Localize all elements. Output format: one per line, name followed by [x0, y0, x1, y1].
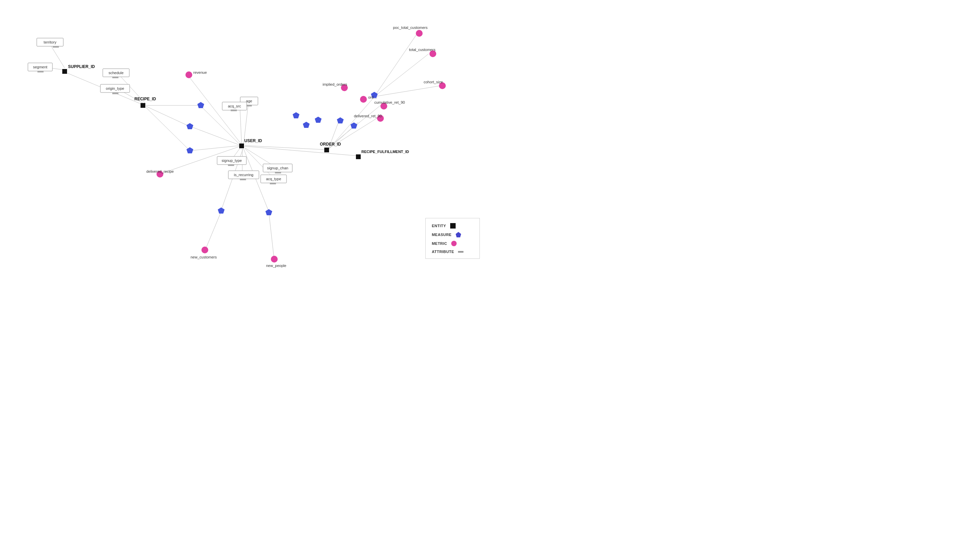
metric-revenue — [185, 71, 192, 78]
legend-entity-label: ENTITY — [432, 224, 446, 228]
attr-signup-type-label: signup_type — [221, 159, 242, 163]
entity-supplier-id — [62, 69, 67, 74]
attr-signup-chan-bar — [275, 172, 281, 173]
metric-orders-ret90 — [360, 96, 367, 103]
metric-poc-total-customers-label: poc_total_customers — [393, 25, 428, 30]
measure-m7 — [337, 117, 344, 124]
legend-attribute-item: ATTRIBUTE — [432, 250, 473, 254]
attr-is-recurring-bar — [240, 179, 246, 180]
svg-line-28 — [374, 86, 441, 97]
svg-line-10 — [191, 127, 241, 146]
attr-age-label: age — [246, 99, 252, 103]
attr-signup-type-bar — [228, 164, 234, 166]
metric-poc-total-customers — [416, 30, 423, 37]
attr-territory-bar — [53, 46, 59, 48]
measure-m6 — [315, 117, 321, 123]
legend-entity-icon — [450, 223, 456, 229]
measure-m2 — [186, 123, 193, 129]
legend-metric-label: METRIC — [432, 241, 447, 246]
svg-line-19 — [245, 146, 325, 150]
measure-m5 — [303, 122, 310, 128]
metric-implied-orders-label: implied_orders — [323, 82, 347, 86]
entity-recipe-fulfillment-id-label: RECIPE_FULFILLMENT_ID — [361, 150, 409, 154]
graph-svg: SUPPLIER_ID RECIPE_ID USER_ID ORDER_ID R… — [0, 0, 490, 269]
svg-line-8 — [146, 107, 190, 151]
legend-metric-icon — [451, 241, 457, 246]
legend-measure-icon — [456, 232, 461, 237]
attr-acq-src-bar — [231, 110, 237, 111]
metric-orders-ret90-label: ord... — [368, 95, 377, 99]
entity-recipe-id-label: RECIPE_ID — [134, 97, 156, 102]
attr-signup-chan-label: signup_chan — [267, 166, 288, 170]
svg-line-27 — [374, 54, 429, 97]
measure-m4 — [293, 112, 299, 118]
legend-metric-item: METRIC — [432, 241, 473, 246]
svg-line-31 — [206, 211, 221, 248]
metric-new-customers — [202, 246, 208, 253]
metric-new-people — [271, 256, 278, 263]
metric-total-customers-label: total_customers — [409, 48, 436, 52]
metric-revenue-label: revenue — [193, 70, 207, 75]
attr-segment-bar — [37, 71, 43, 73]
legend-measure-label: MEASURE — [432, 233, 452, 237]
svg-line-12 — [240, 107, 242, 143]
attr-acq-src-label: acq_src — [228, 104, 241, 108]
attr-segment-label: segment — [33, 65, 47, 69]
attr-origin-type-bar — [112, 92, 118, 94]
metric-cohort-size-label: cohort_size — [424, 80, 443, 84]
legend-attribute-icon — [458, 251, 463, 253]
entity-user-id — [239, 143, 244, 148]
entity-recipe-fulfillment-id — [356, 154, 361, 159]
attr-acq-type-bar — [270, 183, 276, 184]
attr-acq-type-label: acq_type — [266, 177, 282, 181]
measure-m1 — [197, 102, 204, 108]
entity-order-id-label: ORDER_ID — [320, 142, 341, 147]
svg-line-23 — [329, 97, 374, 148]
metric-delivered-recipe-label: delivered_recipe — [146, 169, 174, 173]
legend: ENTITY MEASURE METRIC ATTRIBUTE — [425, 218, 480, 259]
legend-attribute-label: ATTRIBUTE — [432, 250, 454, 254]
entity-recipe-id — [140, 103, 145, 108]
metric-cumulative-ret90-label: cumulative_ret_90 — [374, 100, 405, 105]
measure-m8 — [350, 122, 357, 129]
attr-schedule-label: schedule — [108, 71, 124, 75]
attr-schedule-bar — [112, 76, 118, 78]
measure-m10 — [218, 208, 224, 214]
legend-entity-item: ENTITY — [432, 223, 473, 229]
entity-user-id-label: USER_ID — [244, 138, 262, 143]
legend-measure-item: MEASURE — [432, 232, 473, 237]
svg-line-26 — [374, 34, 417, 97]
attr-origin-type-label: origin_type — [106, 86, 124, 90]
svg-line-7 — [146, 106, 190, 127]
svg-line-11 — [191, 146, 240, 151]
svg-line-32 — [269, 212, 274, 257]
metric-new-people-label: new_people — [266, 263, 286, 268]
metric-delivered-ret90-label: delivered_ret_90 — [354, 114, 382, 118]
svg-line-9 — [201, 106, 241, 146]
entity-order-id — [324, 148, 329, 152]
entity-supplier-id-label: SUPPLIER_ID — [68, 64, 95, 69]
measure-m11 — [266, 209, 272, 215]
metric-new-customers-label: new_customers — [191, 255, 217, 259]
svg-line-20 — [244, 146, 356, 156]
graph-canvas: SUPPLIER_ID RECIPE_ID USER_ID ORDER_ID R… — [0, 0, 490, 269]
attr-territory-label: territory — [43, 40, 56, 44]
attr-is-recurring-label: is_recurring — [234, 173, 253, 177]
